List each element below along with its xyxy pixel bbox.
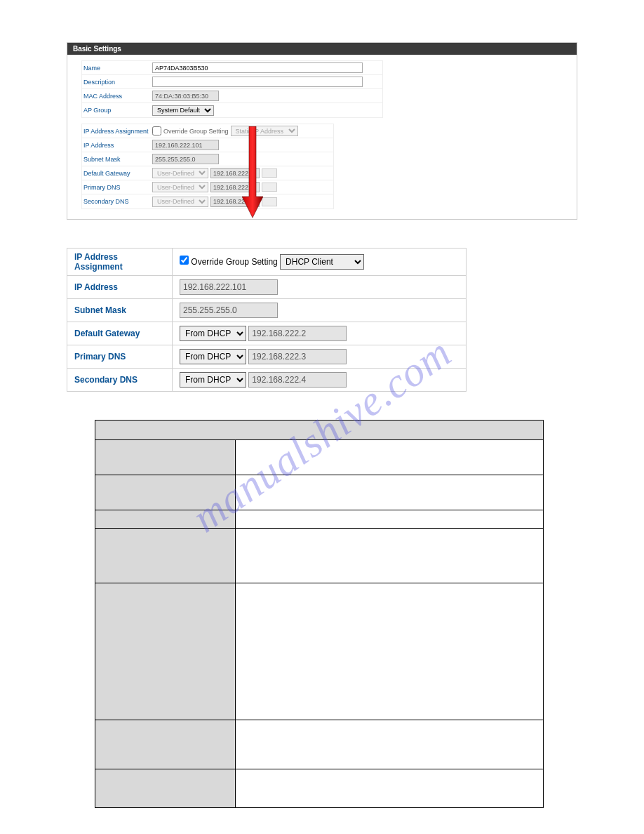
pdns-mode-1: User-Defined: [152, 182, 208, 192]
param-cell: [236, 583, 544, 720]
override-checkbox-1[interactable]: [152, 126, 161, 135]
ip-label-1: IP Address: [82, 140, 152, 150]
sdns-value-2: [248, 372, 347, 388]
sdns-value-1: [210, 197, 260, 207]
basic-block: Name Description MAC Address AP Group Sy…: [81, 60, 383, 118]
mac-value: [152, 91, 219, 101]
override-label-2: Override Group Setting: [191, 257, 277, 267]
panel-body: Name Description MAC Address AP Group Sy…: [67, 55, 577, 219]
pdns-label-2: Primary DNS: [67, 345, 173, 369]
mask-label-1: Subnet Mask: [82, 154, 152, 164]
gw-mode-2[interactable]: From DHCP: [180, 326, 246, 341]
mac-label: MAC Address: [82, 91, 152, 101]
override-label-1: Override Group Setting: [163, 128, 229, 135]
apgroup-label: AP Group: [82, 105, 152, 115]
param-table: [95, 420, 544, 808]
param-cell: [236, 720, 544, 769]
name-label: Name: [82, 63, 152, 73]
swatch: [262, 168, 277, 178]
closeup-table: IP Address Assignment Override Group Set…: [67, 248, 467, 392]
param-cell: [95, 583, 236, 720]
mask-value-2: [180, 303, 278, 318]
ip-value-1: [152, 140, 219, 150]
mode-select-1: Static IP Address: [231, 126, 298, 136]
param-cell: [95, 510, 236, 529]
sdns-mode-2[interactable]: From DHCP: [180, 372, 246, 388]
gw-mode-1: User-Defined: [152, 168, 208, 178]
pdns-value-2: [248, 349, 347, 364]
ip-label-2: IP Address: [67, 276, 173, 299]
swatch: [262, 197, 277, 206]
network-block: IP Address Assignment Override Group Set…: [81, 124, 334, 209]
ipassign-label-2: IP Address Assignment: [67, 249, 173, 276]
sdns-mode-1: User-Defined: [152, 197, 208, 207]
mode-select-2[interactable]: DHCP Client: [280, 254, 364, 270]
sdns-label-2: Secondary DNS: [67, 369, 173, 392]
param-cell: [236, 529, 544, 583]
sdns-label-1: Secondary DNS: [82, 197, 152, 206]
override-checkbox-2[interactable]: [180, 256, 189, 265]
mask-label-2: Subnet Mask: [67, 299, 173, 322]
apgroup-select[interactable]: System Default: [152, 105, 214, 116]
ipassign-label-1: IP Address Assignment: [82, 126, 152, 136]
description-input[interactable]: [152, 77, 363, 87]
param-cell: [95, 720, 236, 769]
param-table-header: [95, 421, 544, 440]
param-cell: [236, 475, 544, 510]
panel-title: Basic Settings: [67, 43, 577, 55]
param-cell: [95, 440, 236, 475]
gw-value-1: [210, 168, 260, 178]
basic-settings-panel: Basic Settings Name Description MAC Addr…: [67, 42, 577, 220]
gw-label-1: Default Gateway: [82, 168, 152, 178]
pdns-value-1: [210, 182, 260, 192]
param-cell: [95, 529, 236, 583]
param-cell: [95, 769, 236, 808]
ip-value-2: [180, 279, 278, 295]
param-cell: [236, 769, 544, 808]
gw-value-2: [248, 326, 347, 341]
pdns-mode-2[interactable]: From DHCP: [180, 349, 246, 364]
name-input[interactable]: [152, 62, 363, 73]
param-cell: [95, 475, 236, 510]
gw-label-2: Default Gateway: [67, 322, 173, 345]
description-label: Description: [82, 77, 152, 87]
param-cell: [236, 440, 544, 475]
swatch: [262, 183, 277, 192]
param-cell: [236, 510, 544, 529]
mask-value-1: [152, 154, 219, 164]
pdns-label-1: Primary DNS: [82, 183, 152, 192]
